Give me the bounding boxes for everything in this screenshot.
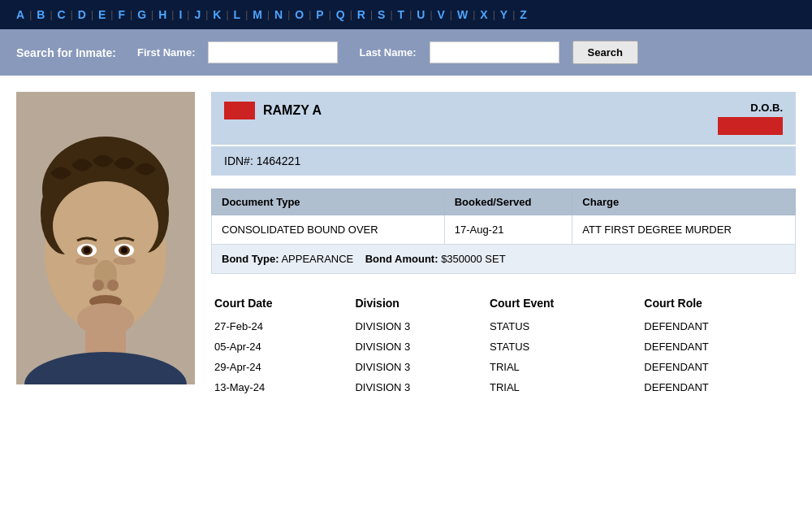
search-button[interactable]: Search [572, 41, 638, 64]
inmate-panel: RAMZY A D.O.B. IDN#: 1464221 Document Ty… [211, 92, 796, 397]
alpha-separator: | [110, 9, 113, 20]
alpha-separator: | [171, 9, 174, 20]
alpha-link-f[interactable]: F [118, 8, 125, 21]
division-cell: DIVISION 3 [352, 377, 486, 397]
alpha-link-v[interactable]: V [438, 8, 445, 21]
bond-amount-label: Bond Amount: [365, 253, 438, 265]
search-label: Search for Inmate: [16, 46, 116, 59]
svg-point-19 [76, 257, 98, 265]
charge-header: Charge [572, 189, 796, 215]
doc-type-header: Document Type [212, 189, 445, 215]
division-cell: DIVISION 3 [352, 316, 486, 336]
doc-type-cell: CONSOLIDATED BOUND OVER [212, 215, 445, 245]
name-area: RAMZY A [224, 102, 322, 119]
alpha-link-c[interactable]: C [58, 8, 66, 21]
name-red-block [224, 102, 255, 119]
charge-cell: ATT FIRST DEGREE MURDER [572, 215, 796, 245]
main-content: RAMZY A D.O.B. IDN#: 1464221 Document Ty… [0, 76, 812, 414]
division-cell: DIVISION 3 [352, 357, 486, 377]
idn-row: IDN#: 1464221 [211, 146, 796, 176]
document-table: Document Type Booked/Served Charge CONSO… [211, 189, 796, 274]
svg-point-20 [113, 257, 136, 265]
alpha-link-u[interactable]: U [417, 8, 425, 21]
alpha-link-l[interactable]: L [234, 8, 241, 21]
division-header: Division [352, 290, 486, 316]
first-name-input[interactable] [208, 41, 338, 63]
court-role-cell: DEFENDANT [641, 357, 796, 377]
court-event-header: Court Event [486, 290, 641, 316]
svg-point-14 [107, 280, 119, 291]
division-cell: DIVISION 3 [352, 336, 486, 357]
booked-served-header: Booked/Served [444, 189, 572, 215]
alpha-link-o[interactable]: O [295, 8, 304, 21]
alpha-separator: | [512, 9, 515, 20]
alpha-separator: | [329, 9, 331, 20]
court-table-row: 13-May-24 DIVISION 3 TRIAL DEFENDANT [211, 377, 796, 397]
svg-point-13 [93, 280, 104, 291]
alpha-separator: | [187, 9, 189, 20]
alpha-link-d[interactable]: D [78, 8, 86, 21]
alpha-separator: | [130, 9, 132, 20]
alpha-separator: | [205, 9, 208, 20]
name-dob-row: RAMZY A D.O.B. [211, 92, 796, 145]
idn-number: IDN#: 1464221 [224, 154, 300, 167]
bond-type-label: Bond Type: [222, 253, 279, 265]
court-date-cell: 27-Feb-24 [211, 316, 352, 336]
alpha-link-w[interactable]: W [457, 8, 468, 21]
alpha-link-q[interactable]: Q [336, 8, 345, 21]
first-name-label: First Name: [137, 46, 196, 59]
court-role-header: Court Role [641, 290, 796, 316]
alpha-link-y[interactable]: Y [500, 8, 508, 21]
alpha-separator: | [151, 9, 153, 20]
alpha-link-g[interactable]: G [137, 8, 146, 21]
alpha-link-x[interactable]: X [480, 8, 487, 21]
alpha-link-z[interactable]: Z [520, 8, 527, 21]
alpha-separator: | [309, 9, 311, 20]
court-table: Court Date Division Court Event Court Ro… [211, 290, 796, 397]
inmate-name: RAMZY A [263, 103, 322, 118]
dob-label: D.O.B. [750, 102, 783, 114]
alpha-separator: | [409, 9, 412, 20]
court-table-row: 29-Apr-24 DIVISION 3 TRIAL DEFENDANT [211, 357, 796, 377]
alpha-separator: | [245, 9, 248, 20]
svg-point-8 [84, 247, 90, 254]
alpha-separator: | [226, 9, 228, 20]
alpha-link-j[interactable]: J [194, 8, 201, 21]
inmate-photo [16, 92, 195, 384]
bond-cell: Bond Type: APPEARANCE Bond Amount: $3500… [212, 245, 796, 274]
alpha-link-s[interactable]: S [378, 8, 385, 21]
alpha-separator: | [473, 9, 475, 20]
last-name-input[interactable] [430, 41, 559, 63]
doc-table-row: CONSOLIDATED BOUND OVER 17-Aug-21 ATT FI… [212, 215, 796, 245]
alpha-separator: | [71, 9, 73, 20]
alpha-separator: | [493, 9, 495, 20]
alpha-separator: | [29, 9, 32, 20]
alpha-link-n[interactable]: N [274, 8, 283, 21]
alpha-link-a[interactable]: A [16, 8, 24, 21]
alpha-link-k[interactable]: K [213, 8, 221, 21]
court-event-cell: TRIAL [486, 377, 641, 397]
alpha-separator: | [91, 9, 93, 20]
alpha-link-e[interactable]: E [98, 8, 106, 21]
booked-served-cell: 17-Aug-21 [444, 215, 572, 245]
last-name-label: Last Name: [359, 46, 416, 59]
alphabet-navigation: A|B|C|D|E|F|G|H|I|J|K|L|M|N|O|P|Q|R|S|T|… [0, 0, 812, 29]
court-date-cell: 29-Apr-24 [211, 357, 352, 377]
alpha-link-p[interactable]: P [316, 8, 323, 21]
alpha-separator: | [267, 9, 270, 20]
alpha-link-r[interactable]: R [357, 8, 365, 21]
svg-point-5 [53, 181, 158, 271]
alpha-link-b[interactable]: B [37, 8, 45, 21]
alpha-link-h[interactable]: H [158, 8, 166, 21]
svg-point-11 [121, 247, 127, 254]
alpha-link-m[interactable]: M [253, 8, 262, 21]
dob-area: D.O.B. [718, 102, 783, 135]
court-role-cell: DEFENDANT [641, 377, 796, 397]
court-event-cell: STATUS [486, 316, 641, 336]
court-table-row: 05-Apr-24 DIVISION 3 STATUS DEFENDANT [211, 336, 796, 357]
alpha-separator: | [370, 9, 373, 20]
alpha-link-t[interactable]: T [398, 8, 405, 21]
bond-row: Bond Type: APPEARANCE Bond Amount: $3500… [212, 245, 796, 274]
court-date-header: Court Date [211, 290, 352, 316]
alpha-link-i[interactable]: I [179, 8, 182, 21]
